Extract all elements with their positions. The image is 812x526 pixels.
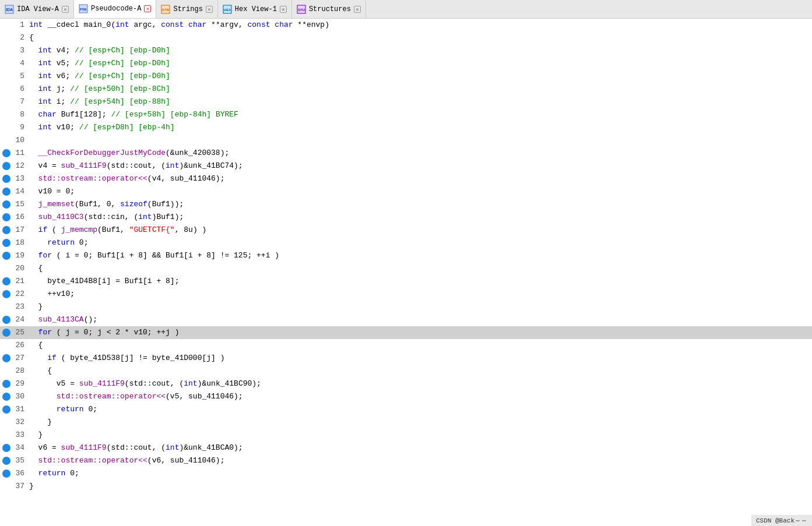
code-line[interactable]: 31 return 0; [0, 403, 812, 416]
code-line[interactable]: 34 v6 = sub_4111F9(std::cout, (int)&unk_… [0, 442, 812, 454]
code-line[interactable]: 7 int i; // [esp+54h] [ebp-88h] [0, 96, 812, 108]
breakpoint-dot[interactable] [2, 188, 10, 196]
breakpoint-dot[interactable] [2, 329, 10, 337]
code-line[interactable]: 5 int v6; // [esp+Ch] [ebp-D0h] [0, 70, 812, 83]
code-line[interactable]: 15 j_memset(Buf1, 0, sizeof(Buf1)); [0, 198, 812, 211]
token-plain: } [29, 482, 34, 490]
code-line[interactable]: 27 if ( byte_41D538[j] != byte_41D000[j]… [0, 352, 812, 365]
tab-pseudocode-close[interactable]: ✕ [144, 5, 151, 12]
line-number: 5 [13, 70, 29, 83]
token-kw: int [38, 46, 52, 55]
breakpoint-dot[interactable] [2, 252, 10, 260]
breakpoint-dot[interactable] [2, 290, 10, 298]
line-number: 6 [13, 83, 29, 96]
code-content: int v4; // [esp+Ch] [ebp-D0h] [29, 44, 800, 57]
code-line[interactable]: 17 if ( j_memcmp(Buf1, "GUETCTF{", 8u) ) [0, 224, 812, 236]
tab-hex-close[interactable]: ✕ [280, 6, 287, 13]
code-line[interactable]: 36 return 0; [0, 467, 812, 480]
tab-structures-label: Structures [309, 5, 351, 13]
line-number: 27 [13, 352, 29, 365]
breakpoint-dot[interactable] [2, 162, 10, 170]
ida-icon: IDA [5, 5, 14, 14]
code-line[interactable]: 13 std::ostream::operator<<(v4, sub_4110… [0, 172, 812, 185]
code-line[interactable]: 1int __cdecl main_0(int argc, const char… [0, 19, 812, 31]
code-line[interactable]: 3 int v4; // [esp+Ch] [ebp-D0h] [0, 44, 812, 57]
token-plain: 0; [65, 469, 79, 478]
tab-ida-view[interactable]: IDA IDA View-A ✕ [0, 0, 74, 19]
token-func: j_memset [38, 200, 75, 209]
code-line[interactable]: 4 int v5; // [esp+Ch] [ebp-D0h] [0, 57, 812, 70]
code-line[interactable]: 30 std::ostream::operator<<(v5, sub_4110… [0, 390, 812, 403]
token-comment: // [esp+Ch] [ebp-D0h] [75, 72, 170, 80]
tab-ida-close[interactable]: ✕ [62, 6, 69, 13]
svg-text:STR: STR [162, 8, 170, 12]
code-content: std::ostream::operator<<(v6, sub_411046)… [29, 454, 800, 467]
code-line[interactable]: 21 byte_41D4B8[i] = Buf1[i + 8]; [0, 275, 812, 288]
tab-structures-close[interactable]: ✕ [354, 6, 361, 13]
code-content: return 0; [29, 236, 800, 249]
tab-strings[interactable]: STR Strings ✕ [156, 0, 217, 19]
code-line[interactable]: 14 v10 = 0; [0, 185, 812, 198]
code-line[interactable]: 33 } [0, 429, 812, 442]
tab-structures[interactable]: STU Structures ✕ [292, 0, 366, 19]
code-line[interactable]: 37} [0, 480, 812, 493]
token-comment: // [esp+Ch] [ebp-D0h] [75, 46, 170, 55]
code-line[interactable]: 25 for ( j = 0; j < 2 * v10; ++j ) [0, 326, 812, 339]
code-line[interactable]: 24 sub_4113CA(); [0, 313, 812, 326]
tab-pseudocode[interactable]: PSE Pseudocode-A ✕ [74, 0, 156, 19]
token-plain: { [29, 264, 43, 273]
code-line[interactable]: 26 { [0, 339, 812, 352]
breakpoint-dot[interactable] [2, 316, 10, 324]
breakpoint-dot[interactable] [2, 149, 10, 157]
code-line[interactable]: 6 int j; // [esp+50h] [ebp-8Ch] [0, 83, 812, 96]
line-number: 36 [13, 467, 29, 480]
breakpoint-dot[interactable] [2, 469, 10, 478]
code-line[interactable]: 32 } [0, 416, 812, 429]
code-line[interactable]: 19 for ( i = 0; Buf1[i + 8] && Buf1[i + … [0, 249, 812, 262]
code-line[interactable]: 28 { [0, 365, 812, 377]
breakpoint-dot[interactable] [2, 175, 10, 183]
token-plain: { [29, 341, 43, 350]
line-number: 31 [13, 403, 29, 416]
breakpoint-dot[interactable] [2, 277, 10, 285]
token-plain: v4 = [29, 161, 61, 170]
breakpoint-dot[interactable] [2, 200, 10, 209]
token-kw: char [275, 20, 293, 29]
token-plain: (&unk_420038); [166, 149, 229, 157]
code-area[interactable]: 1int __cdecl main_0(int argc, const char… [0, 19, 812, 526]
breakpoint-dot[interactable] [2, 444, 10, 452]
breakpoint-dot[interactable] [2, 239, 10, 247]
code-line[interactable]: 16 sub_4110C3(std::cin, (int)Buf1); [0, 211, 812, 224]
breakpoint-dot[interactable] [2, 213, 10, 221]
breakpoint-dot[interactable] [2, 226, 10, 234]
token-plain: } [29, 418, 52, 426]
code-content: int v6; // [esp+Ch] [ebp-D0h] [29, 70, 800, 83]
token-func: sub_4110C3 [38, 213, 84, 221]
code-line[interactable]: 11 __CheckForDebuggerJustMyCode(&unk_420… [0, 147, 812, 160]
line-number: 24 [13, 313, 29, 326]
token-kw: int [29, 20, 43, 29]
token-plain: v6; [52, 72, 75, 80]
code-content: { [29, 339, 800, 352]
code-line[interactable]: 9 int v10; // [esp+D8h] [ebp-4h] [0, 121, 812, 134]
code-line[interactable]: 18 return 0; [0, 236, 812, 249]
code-line[interactable]: 22 ++v10; [0, 288, 812, 301]
code-line[interactable]: 12 v4 = sub_4111F9(std::cout, (int)&unk_… [0, 160, 812, 172]
code-line[interactable]: 2{ [0, 31, 812, 44]
token-plain: argc, [129, 20, 161, 29]
breakpoint-dot[interactable] [2, 393, 10, 401]
tab-strings-close[interactable]: ✕ [206, 6, 213, 13]
tab-hex-view[interactable]: HEX Hex View-1 ✕ [218, 0, 292, 19]
breakpoint-dot[interactable] [2, 380, 10, 388]
token-plain [29, 174, 38, 183]
code-line[interactable]: 23 } [0, 301, 812, 313]
tab-strings-label: Strings [173, 5, 202, 13]
code-line[interactable]: 20 { [0, 262, 812, 275]
breakpoint-dot[interactable] [2, 405, 10, 414]
code-line[interactable]: 10 [0, 134, 812, 147]
code-line[interactable]: 29 v5 = sub_4111F9(std::cout, (int)&unk_… [0, 377, 812, 390]
code-line[interactable]: 8 char Buf1[128]; // [esp+58h] [ebp-84h]… [0, 108, 812, 121]
breakpoint-dot[interactable] [2, 457, 10, 465]
breakpoint-dot[interactable] [2, 354, 10, 362]
code-line[interactable]: 35 std::ostream::operator<<(v6, sub_4110… [0, 454, 812, 467]
